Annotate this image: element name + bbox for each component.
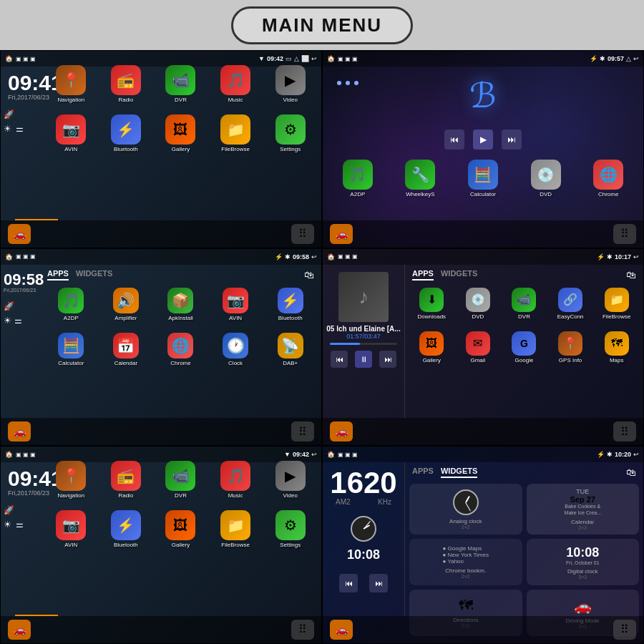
tab-widgets-3[interactable]: WIDGETS	[76, 269, 112, 280]
app-dab[interactable]: 📡 DAB+	[263, 331, 317, 368]
app-dvd-2[interactable]: 💿 DVD	[515, 158, 577, 199]
brightness-icon-3[interactable]: ☀	[4, 316, 11, 326]
radio-prev[interactable]: ⏮	[339, 574, 358, 592]
bt-play-btn[interactable]: ▶	[473, 130, 493, 150]
home-icon-3[interactable]: 🏠	[5, 253, 13, 260]
dots-btn-5[interactable]: ⠿	[291, 620, 314, 640]
back-icon-2[interactable]: ↩	[633, 55, 639, 62]
music-next[interactable]: ⏭	[379, 351, 396, 368]
home-icon-5[interactable]: 🏠	[5, 451, 13, 458]
car-btn-3[interactable]: 🚗	[8, 421, 31, 441]
back-icon-3[interactable]: ↩	[311, 253, 317, 260]
app-dvr-5[interactable]: 📹 DVR	[154, 459, 208, 500]
app-a2dp-3[interactable]: 🎵 A2DP	[44, 286, 98, 323]
app-apkinstall[interactable]: 📦 ApkInstall	[154, 286, 208, 323]
widget-digital-clock[interactable]: 10:08 Fri, October 01 Digital clock 3×2	[527, 539, 640, 585]
app-calendar[interactable]: 📅 Calendar	[99, 331, 153, 368]
app-amplifier[interactable]: 🔊 Amplifier	[99, 286, 153, 323]
app-gallery-5[interactable]: 🖼 Gallery	[154, 509, 208, 550]
app-a2dp-2[interactable]: 🎵 A2DP	[327, 158, 389, 199]
tab-apps-4[interactable]: APPS	[412, 269, 434, 280]
home-icon-2[interactable]: 🏠	[327, 55, 335, 62]
store-icon-3[interactable]: 🛍	[304, 269, 314, 280]
app-radio-5[interactable]: 📻 Radio	[99, 459, 153, 500]
app-maps[interactable]: 🗺 Maps	[594, 330, 639, 365]
app-gpsinfo[interactable]: 📍 GPS Info	[548, 330, 593, 365]
home-icon-1[interactable]: 🏠	[5, 55, 13, 62]
app-gmail[interactable]: ✉ Gmail	[456, 330, 501, 365]
eq-icon-5[interactable]: ⚌	[16, 519, 24, 530]
car-btn-5[interactable]: 🚗	[8, 620, 31, 640]
dots-btn-3[interactable]: ⠿	[291, 421, 314, 441]
app-navigation[interactable]: 📍 Navigation	[44, 64, 98, 104]
app-calculator-2[interactable]: 🧮 Calculator	[452, 158, 514, 199]
app-avin[interactable]: 📷 AVIN	[44, 113, 98, 154]
widget-calendar[interactable]: TUE Sep 27 Bake Cookies &Make Ice Crea..…	[527, 484, 640, 535]
dots-btn-2[interactable]: ⠿	[613, 224, 636, 244]
app-bluetooth-5[interactable]: ⚡ Bluetooth	[99, 509, 153, 550]
dots-btn-1[interactable]: ⠿	[291, 224, 314, 244]
app-settings-1[interactable]: ⚙ Settings	[263, 113, 317, 154]
app-clock[interactable]: 🕐 Clock	[209, 331, 263, 368]
app-video[interactable]: ▶ Video	[263, 64, 317, 104]
home-icon-4[interactable]: 🏠	[327, 253, 335, 260]
screen-4: 🏠 ▣ ▣ ▣ ⚡ ✱ 10:17 ↩ ♪ 05 Ich und Elaine …	[322, 248, 644, 447]
dots-btn-4[interactable]: ⠿	[613, 421, 636, 441]
app-bluetooth-1[interactable]: ⚡ Bluetooth	[99, 113, 153, 154]
radio-controls-6: ⏮ ⏭	[328, 568, 399, 598]
car-btn-6[interactable]: 🚗	[330, 620, 353, 640]
car-btn-4[interactable]: 🚗	[330, 421, 353, 441]
app-gallery-4[interactable]: 🖼 Gallery	[409, 330, 454, 365]
app-avin-5[interactable]: 📷 AVIN	[44, 509, 98, 550]
app-gallery-1[interactable]: 🖼 Gallery	[154, 113, 208, 154]
brightness-icon-1[interactable]: ☀	[4, 124, 11, 134]
app-dvd-4[interactable]: 💿 DVD	[456, 286, 501, 321]
bt-next-btn[interactable]: ⏭	[502, 130, 522, 150]
app-avin-3[interactable]: 📷 AVIN	[209, 286, 263, 323]
app-dvr[interactable]: 📹 DVR	[154, 64, 208, 104]
equalizer-icon-1[interactable]: ⚌	[16, 124, 24, 134]
screen-3: 🏠 ▣ ▣ ▣ ⚡ ✱ 09:58 ↩ 09:58 Fri,2017/06/23	[0, 248, 322, 447]
car-btn-1[interactable]: 🚗	[8, 224, 31, 244]
app-video-5[interactable]: ▶ Video	[263, 459, 317, 500]
app-filebrowse-4[interactable]: 📁 FileBrowse	[594, 286, 639, 321]
app-music[interactable]: 🎵 Music	[209, 64, 263, 104]
screen-grid: 🏠 ▣ ▣ ▣ ▼ 09:42 ▭ △ ⬜ ↩ 09:41 Fri,2017/0…	[0, 50, 644, 644]
home-icon-6[interactable]: 🏠	[327, 451, 335, 458]
app-radio[interactable]: 📻 Radio	[99, 64, 153, 104]
music-pause[interactable]: ⏸	[355, 351, 372, 368]
music-prev[interactable]: ⏮	[331, 351, 348, 368]
app-chrome-2[interactable]: 🌐 Chrome	[577, 158, 639, 199]
app-downloads[interactable]: ⬇ Downloads	[409, 286, 454, 321]
bt-prev-btn[interactable]: ⏮	[444, 130, 464, 150]
eq-icon-3[interactable]: ⚌	[14, 316, 22, 326]
back-icon-4[interactable]: ↩	[633, 253, 639, 260]
app-calculator-3[interactable]: 🧮 Calculator	[44, 331, 98, 368]
app-dvr-4[interactable]: 📹 DVR	[502, 286, 547, 321]
app-bluetooth-3[interactable]: ⚡ Bluetooth	[263, 286, 317, 323]
tab-apps-6[interactable]: APPS	[412, 467, 434, 478]
widget-chrome[interactable]: ● Google Maps● New York Times● Yahoo Chr…	[409, 539, 522, 585]
app-filebrowse-1[interactable]: 📁 FileBrowse	[209, 113, 263, 154]
radio-next[interactable]: ⏭	[369, 574, 388, 592]
app-chrome-3[interactable]: 🌐 Chrome	[154, 331, 208, 368]
store-icon-6[interactable]: 🛍	[626, 467, 636, 478]
app-easyconn[interactable]: 🔗 EasyConn	[548, 286, 593, 321]
app-google[interactable]: G Google	[502, 330, 547, 365]
app-navigation-5[interactable]: 📍 Navigation	[44, 459, 98, 500]
car-btn-2[interactable]: 🚗	[330, 224, 353, 244]
tab-widgets-6[interactable]: WIDGETS	[441, 467, 477, 478]
radio-freq-6: 1620 AM2 KHz	[328, 468, 399, 510]
app-wheelkey[interactable]: 🔧 WheelkeyS	[390, 158, 452, 199]
app-filebrowse-5[interactable]: 📁 FileBrowse	[209, 509, 263, 550]
store-icon-4[interactable]: 🛍	[626, 269, 636, 280]
status-bar-6: 🏠 ▣ ▣ ▣ ⚡ ✱ 10:20 ↩	[323, 447, 643, 462]
app-settings-5[interactable]: ⚙ Settings	[263, 509, 317, 550]
app-music-5[interactable]: 🎵 Music	[209, 459, 263, 500]
tab-apps-3[interactable]: APPS	[47, 269, 69, 280]
tab-widgets-4[interactable]: WIDGETS	[441, 269, 477, 280]
brightness-icon-5[interactable]: ☀	[4, 519, 11, 530]
widget-analog-clock[interactable]: Analog clock 2×2	[409, 484, 522, 535]
back-icon-6[interactable]: ↩	[633, 451, 639, 458]
dots-btn-6[interactable]: ⠿	[613, 620, 636, 640]
